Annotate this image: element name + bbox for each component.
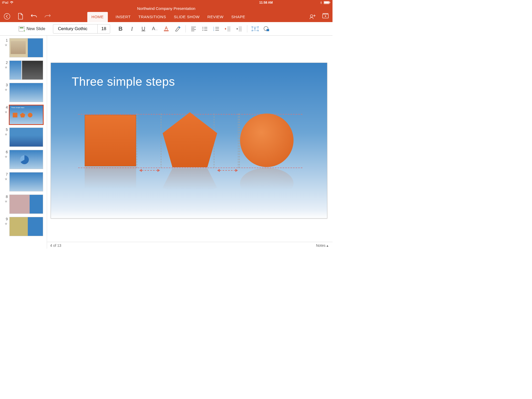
italic-button[interactable]: I	[126, 23, 138, 35]
slide-thumbnail-6[interactable]	[9, 150, 43, 169]
align-button[interactable]	[188, 23, 199, 35]
svg-point-4	[310, 15, 313, 17]
svg-rect-17	[258, 30, 258, 31]
spacing-arrow-2	[217, 169, 238, 172]
svg-point-8	[202, 30, 203, 31]
back-button[interactable]	[4, 13, 10, 20]
thumb-number: 4	[6, 105, 8, 109]
thumb-number: 3	[6, 83, 8, 87]
star-icon: ★	[4, 222, 8, 226]
slide-thumbnail-7[interactable]	[9, 172, 43, 191]
slide-thumbnail-9[interactable]	[9, 217, 43, 236]
slide-thumbnail-1[interactable]	[9, 38, 43, 57]
app-header: Northwind Company Presentation HOME INSE…	[0, 5, 332, 22]
spacing-arrow-1	[139, 169, 160, 172]
slide-thumbnail-3[interactable]	[9, 83, 43, 102]
star-icon: ★	[4, 65, 8, 69]
highlight-button[interactable]	[172, 23, 183, 35]
star-icon: ★	[4, 110, 8, 114]
slide-thumbnail-2[interactable]	[9, 61, 43, 80]
slide-canvas[interactable]: Three simple steps	[51, 63, 327, 218]
decrease-indent-button[interactable]	[222, 23, 234, 35]
font-size-field[interactable]: 18	[97, 24, 110, 33]
svg-point-3	[4, 14, 10, 19]
bluetooth-icon	[320, 1, 322, 4]
notes-label: Notes	[316, 243, 325, 248]
shape-pentagon[interactable]	[163, 112, 217, 167]
svg-rect-1	[324, 2, 329, 4]
shape-square-reflection	[85, 167, 136, 198]
document-title: Northwind Company Presentation	[0, 5, 332, 11]
svg-rect-15	[258, 26, 258, 27]
present-button[interactable]	[322, 13, 329, 20]
textbox-button[interactable]: T	[249, 23, 261, 35]
slide-thumbnail-5[interactable]	[9, 128, 43, 147]
new-slide-label: New Slide	[26, 26, 45, 31]
battery-icon	[324, 1, 330, 4]
thumb-number: 6	[6, 150, 8, 154]
shape-circle[interactable]	[240, 114, 294, 167]
thumb-shapes	[13, 113, 32, 117]
bold-button[interactable]: B	[115, 23, 126, 35]
svg-point-7	[202, 28, 203, 29]
star-icon: ★	[4, 132, 8, 136]
chevron-up-icon: ▴	[327, 243, 328, 248]
star-icon: ★	[4, 88, 8, 92]
svg-rect-16	[252, 30, 252, 31]
thumb-number: 1	[6, 38, 8, 42]
new-slide-button[interactable]: New Slide	[16, 25, 48, 33]
alignment-guide-box-1	[137, 114, 161, 168]
clock: 11:58 AM	[259, 1, 273, 4]
tab-home[interactable]: HOME	[87, 12, 108, 22]
svg-point-6	[202, 27, 203, 28]
shapes-button[interactable]	[261, 23, 272, 35]
shape-circle-reflection	[240, 168, 294, 199]
font-name-field[interactable]: Century Gothic	[53, 24, 97, 33]
device-label: iPad	[2, 1, 8, 4]
ribbon-home: New Slide Century Gothic 18 B I U A… A 1…	[0, 22, 332, 36]
underline-button[interactable]: U	[138, 23, 149, 35]
share-button[interactable]	[309, 13, 316, 20]
svg-rect-2	[330, 2, 330, 3]
star-icon: ★	[4, 43, 8, 47]
increase-indent-button[interactable]	[234, 23, 245, 35]
slide-thumbnail-4[interactable]: Three simple steps	[9, 105, 43, 124]
thumb-number: 8	[6, 195, 8, 199]
notes-toggle-button[interactable]: Notes ▴	[316, 243, 328, 248]
thumb-number: 9	[6, 217, 8, 221]
font-color-button[interactable]: A	[161, 23, 172, 35]
file-button[interactable]	[17, 13, 24, 20]
font-picker[interactable]: Century Gothic 18	[53, 24, 110, 34]
alignment-guide-box-2	[214, 114, 238, 168]
shape-square[interactable]	[85, 115, 136, 166]
tab-transitions[interactable]: TRANSITIONS	[138, 12, 166, 22]
tab-slideshow[interactable]: SLIDE SHOW	[174, 12, 200, 22]
svg-rect-14	[252, 26, 252, 27]
undo-button[interactable]	[31, 13, 37, 20]
numbering-button[interactable]: 123	[211, 23, 222, 35]
tab-shape[interactable]: SHAPE	[231, 12, 245, 22]
slide-position-label: 4 of 13	[50, 243, 61, 248]
tab-review[interactable]: REVIEW	[207, 12, 223, 22]
svg-rect-19	[267, 29, 269, 31]
slide-thumbnail-8[interactable]	[9, 195, 43, 214]
shape-pentagon-reflection	[163, 168, 217, 200]
ios-status-bar: iPad 11:58 AM	[0, 0, 332, 5]
star-icon: ★	[4, 177, 8, 181]
slide-thumbnails-panel[interactable]: 1★ 2★ 3★ 4★ Three simple steps	[0, 36, 47, 249]
status-bar-bottom: 4 of 13 Notes ▴	[47, 242, 332, 249]
tab-insert[interactable]: INSERT	[116, 12, 131, 22]
thumb-title: Three simple steps	[11, 107, 24, 108]
bullets-button[interactable]	[199, 23, 211, 35]
thumb-number: 5	[6, 128, 8, 132]
slide-title-text[interactable]: Three simple steps	[72, 75, 175, 89]
thumb-number: 2	[6, 61, 8, 65]
star-icon: ★	[4, 155, 8, 159]
svg-text:T: T	[254, 27, 256, 30]
redo-button[interactable]	[44, 13, 51, 20]
wifi-icon	[10, 1, 14, 4]
new-slide-icon	[19, 26, 24, 31]
slide-canvas-area: Three simple steps 4 of 13	[47, 36, 332, 249]
font-format-button[interactable]: A…	[149, 23, 161, 35]
ribbon-tabs: HOME INSERT TRANSITIONS SLIDE SHOW REVIE…	[87, 11, 245, 22]
